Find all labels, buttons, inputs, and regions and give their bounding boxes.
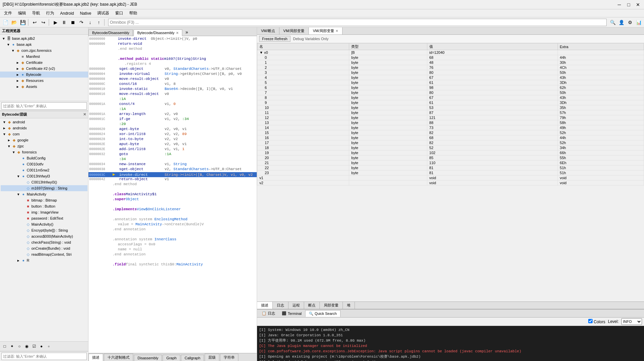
layer-com[interactable]: ▼ ◆ com — [1, 131, 87, 137]
debug-table-row[interactable]: 0byte6844h — [257, 55, 644, 60]
tb-pause[interactable]: ⏸ — [60, 18, 68, 26]
layer-encrypt[interactable]: ◇ Encrypt(byte[]) : String — [1, 227, 87, 233]
layer-c0013[interactable]: ▼ ● C0013hhfwyl3 — [1, 173, 87, 179]
layers-tb-2[interactable]: ✦ — [9, 343, 15, 350]
tb-step-into[interactable]: ↓ — [86, 18, 94, 26]
tb-new[interactable]: 📄 — [1, 18, 9, 26]
layer-buildconfig[interactable]: ● BuildConfig — [1, 155, 87, 161]
layer-android[interactable]: ▼ ◆ android — [1, 119, 87, 125]
vm-sub-heap[interactable]: 堆 — [343, 302, 355, 309]
layer-readbitmap[interactable]: ◇ readBitmap(Context, Stri — [1, 251, 87, 257]
menu-android[interactable]: Android — [57, 10, 76, 16]
debug-table-row[interactable]: 18byte5234h — [257, 145, 644, 150]
tree-item-base-apk[interactable]: ▼ ● base.apk — [0, 41, 88, 47]
vm-sub-log[interactable]: 日志 — [273, 302, 288, 309]
menu-nav[interactable]: 导航 — [29, 10, 43, 17]
layers-tb-6[interactable]: ● — [38, 343, 45, 350]
vm-sub-bp[interactable]: 断点 — [304, 302, 320, 309]
vm-tab-locals2[interactable]: VM/局部变量 ✕ — [309, 27, 343, 34]
menu-action[interactable]: 行为 — [43, 10, 57, 17]
sub-tab-strings[interactable]: 字符串 — [220, 354, 238, 361]
minimize-button[interactable]: ─ — [616, 1, 623, 8]
tree-item-resources[interactable]: ► ◆ Resources — [0, 78, 88, 84]
debug-table-row[interactable]: 17byte8252h — [257, 140, 644, 145]
vm-sub-locals[interactable]: 局部变量 — [320, 302, 343, 309]
close-button[interactable]: ✕ — [635, 1, 641, 8]
log-tab-terminal[interactable]: ⬛ Terminal — [278, 310, 305, 317]
tb-save[interactable]: 💾 — [19, 18, 27, 26]
layer-androidx[interactable]: ► ◆ androidx — [1, 125, 87, 131]
tb-step-over[interactable]: ↷ — [77, 18, 85, 26]
vm-sub-thread[interactable]: 运程 — [288, 302, 304, 309]
layers-filter-input[interactable] — [1, 353, 87, 360]
layers-tb-1[interactable]: □ — [1, 343, 8, 350]
debug-table-row[interactable]: 15byte8252h — [257, 130, 644, 135]
vm-sub-desc[interactable]: 描述 — [257, 302, 273, 309]
menu-window[interactable]: 窗口 — [113, 10, 126, 17]
project-filter-input[interactable] — [1, 102, 87, 110]
debug-table-row[interactable]: v2voidvoid — [257, 180, 644, 186]
layers-tb-7[interactable]: ● — [45, 343, 52, 350]
layer-zjpc[interactable]: ▼ ◆ zjpc — [1, 143, 87, 149]
bytecode-layers-close[interactable]: ✕ — [83, 112, 86, 117]
code-tab-2[interactable]: Bytecode/Disassembly ✕ — [134, 29, 182, 36]
tree-item-forensics[interactable]: ▼ ◆ com.zjpc.forensics — [0, 47, 88, 53]
debug-table-row[interactable]: v1voidvoid — [257, 175, 644, 180]
layer-checkpass[interactable]: ◇ checkPass(String) : void — [1, 239, 87, 245]
vm-tab-locals2-close[interactable]: ✕ — [336, 29, 338, 33]
debug-table-row[interactable]: 8byte6743h — [257, 95, 644, 100]
layers-tb-5[interactable]: ☑ — [31, 343, 37, 350]
tree-item-cert2[interactable]: ► ◆ Certificate #2 (v2) — [0, 66, 88, 72]
maximize-button[interactable]: □ — [625, 1, 632, 8]
debug-table-row[interactable]: 10byte5335h — [257, 105, 644, 110]
debug-table-row[interactable]: 6byte9862h — [257, 85, 644, 90]
tree-item-cert1[interactable]: ► ◆ Certificate — [0, 59, 88, 66]
tree-item-bytecode[interactable]: ► ● Bytecode — [0, 72, 88, 78]
tree-item-manifest[interactable]: ■ Manifest — [0, 53, 88, 59]
tb-run[interactable]: ▶ — [51, 18, 59, 26]
debug-table-row[interactable]: 16byte6844h — [257, 135, 644, 140]
layer-google[interactable]: ► ◆ google — [1, 137, 87, 143]
colors-checkbox[interactable] — [588, 319, 593, 323]
layers-tb-3[interactable]: ○ — [16, 343, 23, 350]
vm-tab-breakpoints[interactable]: VM/断点 — [257, 27, 279, 34]
layer-main-activity[interactable]: ▼ ● MainActivity — [1, 191, 87, 197]
debug-table-row[interactable]: ▼ v0[Bid=12040 — [257, 50, 644, 55]
sub-tab-graph[interactable]: Graph — [163, 355, 180, 361]
tb-step-out[interactable]: ↑ — [95, 18, 103, 26]
debug-table-row[interactable]: 11byte8757h — [257, 110, 644, 115]
sub-tab-disasm[interactable]: Disassembly — [134, 355, 162, 361]
layer-main-init[interactable]: ◇ MainActivity() — [1, 221, 87, 227]
layer-access[interactable]: ◇ access$000(MainActivity) — [1, 233, 87, 239]
tb-undo[interactable]: ↩ — [31, 18, 39, 26]
menu-file[interactable]: 文件 — [1, 10, 15, 17]
tb-icon-4[interactable]: 📊 — [635, 18, 643, 26]
sub-tab-layers[interactable]: 层级 — [205, 354, 219, 361]
debug-table-row[interactable]: 22byte8151h — [257, 165, 644, 170]
debug-table-row[interactable]: 5byte613Dh — [257, 80, 644, 85]
layer-img[interactable]: ■ img : ImageView — [1, 209, 87, 215]
menu-help[interactable]: 帮助 — [127, 10, 140, 17]
tb-icon-3[interactable]: ⚙ — [626, 18, 634, 26]
tb-redo[interactable]: ↪ — [39, 18, 47, 26]
code-tab-more[interactable]: » — [183, 28, 191, 36]
layer-bitmap[interactable]: ■ bitmap : Bitmap — [1, 197, 87, 203]
code-tab-2-close[interactable]: ✕ — [176, 31, 179, 35]
layer-c0011[interactable]: ● C0011m5nw2 — [1, 167, 87, 173]
menu-edit[interactable]: 编辑 — [15, 10, 29, 17]
tb-icon-1[interactable]: 🔍 — [609, 18, 617, 26]
debug-table-row[interactable]: 12byte12179h — [257, 115, 644, 120]
level-select[interactable]: INFO DEBUG WARN ERROR — [621, 318, 642, 325]
menu-debugger[interactable]: 调试器 — [94, 10, 112, 17]
debug-table-row[interactable]: 23byte8151h — [257, 170, 644, 175]
debug-table-row[interactable]: 9byte613Dh — [257, 100, 644, 105]
layer-r[interactable]: ► ● R — [1, 257, 87, 263]
debug-table-row[interactable]: 14byte7349h — [257, 125, 644, 130]
sub-tab-desc[interactable]: 描述 — [88, 354, 103, 361]
layer-oncreate[interactable]: ◇ onCreate(Bundle) : void — [1, 245, 87, 251]
layer-button[interactable]: ■ button : Button — [1, 203, 87, 209]
tb-open[interactable]: 📂 — [10, 18, 18, 26]
tb-icon-2[interactable]: 👤 — [617, 18, 625, 26]
debug-table-row[interactable]: 2byte764Ch — [257, 65, 644, 70]
layer-password[interactable]: ■ password : EditText — [1, 215, 87, 221]
